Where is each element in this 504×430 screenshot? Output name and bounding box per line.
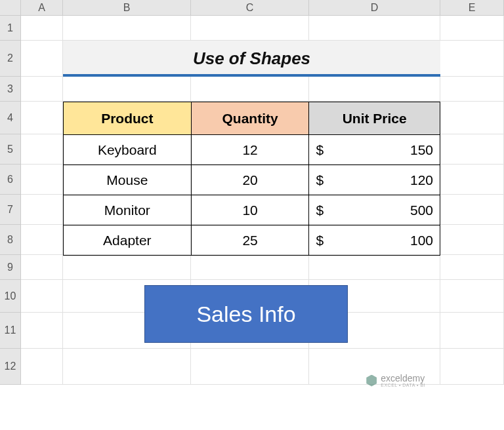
- col-header-a[interactable]: A: [21, 0, 63, 16]
- row-header-4[interactable]: 4: [0, 102, 21, 134]
- cell[interactable]: [440, 102, 504, 134]
- cell-quantity[interactable]: 12: [191, 135, 309, 165]
- cell[interactable]: [21, 195, 63, 225]
- hex-icon: [366, 375, 377, 387]
- cell-price[interactable]: $120: [309, 165, 440, 195]
- cell[interactable]: [309, 16, 440, 41]
- cell-product[interactable]: Adapter: [64, 225, 192, 256]
- cell[interactable]: [309, 255, 440, 280]
- cell[interactable]: [440, 41, 504, 77]
- row-headers: 1 2 3 4 5 6 7 8 9 10 11 12: [0, 16, 21, 385]
- cell[interactable]: [440, 349, 504, 385]
- row-header-9[interactable]: 9: [0, 255, 21, 280]
- data-table: Product Quantity Unit Price Keyboard 12 …: [63, 102, 440, 256]
- cell-quantity[interactable]: 20: [191, 165, 309, 195]
- price-value: 500: [410, 203, 433, 218]
- currency-label: $: [316, 142, 324, 158]
- row-header-6[interactable]: 6: [0, 165, 21, 195]
- price-value: 120: [410, 172, 433, 188]
- price-value: 100: [410, 233, 433, 248]
- col-header-b[interactable]: B: [63, 0, 191, 16]
- select-all-corner[interactable]: [0, 0, 21, 16]
- column-headers: A B C D E: [21, 0, 504, 16]
- price-value: 150: [410, 142, 433, 158]
- cell-quantity[interactable]: 10: [191, 195, 309, 225]
- cell[interactable]: [63, 77, 191, 102]
- table-row: Adapter 25 $100: [64, 225, 440, 256]
- cell[interactable]: [309, 77, 440, 102]
- cell[interactable]: [21, 77, 63, 102]
- col-header-c[interactable]: C: [191, 0, 309, 16]
- row-header-8[interactable]: 8: [0, 225, 21, 255]
- currency-label: $: [316, 203, 324, 218]
- cell-product[interactable]: Monitor: [64, 195, 192, 225]
- cell[interactable]: [191, 16, 309, 41]
- watermark: exceldemy EXCEL • DATA • BI: [366, 374, 425, 387]
- table-row: Keyboard 12 $150: [64, 135, 440, 165]
- watermark-brand: exceldemy: [381, 374, 425, 383]
- cell[interactable]: [63, 349, 191, 385]
- cell[interactable]: [440, 195, 504, 225]
- cell-product[interactable]: Mouse: [64, 165, 192, 195]
- row-header-3[interactable]: 3: [0, 77, 21, 102]
- table-header-row: Product Quantity Unit Price: [64, 102, 440, 135]
- cell-price[interactable]: $100: [309, 225, 440, 256]
- currency-label: $: [316, 172, 324, 188]
- cell[interactable]: [440, 134, 504, 165]
- row-header-12[interactable]: 12: [0, 349, 21, 385]
- title-underline: [63, 74, 440, 77]
- row-header-2[interactable]: 2: [0, 41, 21, 77]
- cell[interactable]: [191, 77, 309, 102]
- cell[interactable]: [21, 102, 63, 134]
- row-header-11[interactable]: 11: [0, 313, 21, 349]
- col-product[interactable]: Product: [64, 102, 192, 135]
- col-quantity[interactable]: Quantity: [191, 102, 309, 135]
- col-unit-price[interactable]: Unit Price: [309, 102, 440, 135]
- cell[interactable]: [21, 349, 63, 385]
- cell-quantity[interactable]: 25: [191, 225, 309, 256]
- watermark-tagline: EXCEL • DATA • BI: [381, 383, 425, 387]
- cell[interactable]: [21, 165, 63, 195]
- cell[interactable]: [440, 77, 504, 102]
- cell[interactable]: [440, 280, 504, 313]
- spreadsheet: A B C D E 1 2 3 4 5 6 7 8 9 10 11 12 Use…: [0, 0, 504, 430]
- cell[interactable]: [440, 225, 504, 255]
- col-header-e[interactable]: E: [440, 0, 504, 16]
- sales-info-shape-button[interactable]: Sales Info: [144, 285, 348, 343]
- cell[interactable]: [440, 16, 504, 41]
- cell[interactable]: [21, 313, 63, 349]
- cell[interactable]: [440, 165, 504, 195]
- cell[interactable]: [21, 16, 63, 41]
- cell[interactable]: [63, 16, 191, 41]
- col-header-d[interactable]: D: [309, 0, 440, 16]
- row-header-10[interactable]: 10: [0, 280, 21, 313]
- cell[interactable]: [440, 313, 504, 349]
- page-title[interactable]: Use of Shapes: [63, 41, 440, 77]
- cell[interactable]: [440, 255, 504, 280]
- cell[interactable]: [21, 280, 63, 313]
- cell[interactable]: [21, 255, 63, 280]
- cell-price[interactable]: $500: [309, 195, 440, 225]
- cell[interactable]: [21, 225, 63, 255]
- row-header-7[interactable]: 7: [0, 195, 21, 225]
- cell[interactable]: [63, 255, 191, 280]
- table-row: Mouse 20 $120: [64, 165, 440, 195]
- cell-price[interactable]: $150: [309, 135, 440, 165]
- cell[interactable]: [21, 134, 63, 165]
- cell[interactable]: [191, 255, 309, 280]
- cell[interactable]: [191, 349, 309, 385]
- cell-product[interactable]: Keyboard: [64, 135, 192, 165]
- table-row: Monitor 10 $500: [64, 195, 440, 225]
- cell[interactable]: [21, 41, 63, 77]
- currency-label: $: [316, 233, 324, 248]
- row-header-1[interactable]: 1: [0, 16, 21, 41]
- row-header-5[interactable]: 5: [0, 134, 21, 165]
